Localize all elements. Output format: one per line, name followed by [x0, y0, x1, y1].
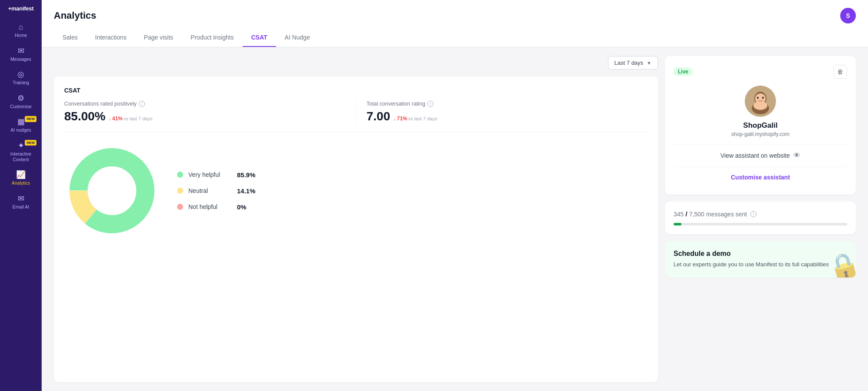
- svg-point-8: [753, 101, 767, 110]
- sidebar-item-label-ai-nudges: AI nudges: [10, 127, 31, 133]
- sidebar-item-home[interactable]: ⌂ Home: [0, 19, 42, 43]
- tab-sales[interactable]: Sales: [54, 30, 86, 47]
- avatar: [745, 86, 776, 117]
- assistant-url: shop-galil.myshopify.com: [731, 131, 789, 137]
- new-badge-nudges: NEW: [25, 116, 36, 122]
- sidebar-item-label-messages: Messages: [10, 56, 31, 62]
- svg-point-9: [757, 97, 759, 99]
- sidebar-item-messages[interactable]: ✉ Messages: [0, 43, 42, 66]
- view-assistant-label: View assistant on website: [720, 152, 790, 159]
- messages-header: 345 / 7,500 messages sent i: [674, 210, 847, 218]
- chevron-down-icon: ▼: [647, 60, 651, 66]
- very-helpful-value: 85.9%: [237, 171, 256, 179]
- sidebar-nav: ⌂ Home ✉ Messages ◎ Training ⚙ Customise…: [0, 15, 42, 391]
- sidebar-item-label-interactive-content: Interactive Content: [3, 151, 39, 162]
- svg-point-10: [762, 97, 764, 99]
- interactive-content-icon: ✦: [18, 142, 24, 149]
- page-title: Analytics: [54, 10, 96, 21]
- sidebar: + manifest ⌂ Home ✉ Messages ◎ Training …: [0, 0, 42, 391]
- legend-very-helpful: Very helpful 85.9%: [177, 171, 256, 179]
- messages-card: 345 / 7,500 messages sent i: [665, 202, 856, 234]
- metric2-change: ↓ 71% vs last 7 days: [394, 116, 437, 122]
- sidebar-item-training[interactable]: ◎ Training: [0, 66, 42, 90]
- divider2: [674, 166, 847, 167]
- very-helpful-dot: [177, 172, 183, 178]
- live-status-badge: Live: [674, 67, 693, 76]
- logo-text: manifest: [11, 5, 33, 12]
- header: Analytics S Sales Interactions Page visi…: [42, 0, 868, 47]
- not-helpful-value: 0%: [237, 203, 247, 211]
- sidebar-item-analytics[interactable]: 📈 Analytics: [0, 166, 42, 190]
- metric2-label: Total conversation rating i: [367, 101, 648, 107]
- content-area: Last 7 days ▼ CSAT Conversations rated p…: [42, 47, 868, 391]
- metric2-value: 7.00 ↓ 71% vs last 7 days: [367, 109, 648, 123]
- sidebar-item-label-home: Home: [15, 33, 27, 38]
- user-avatar[interactable]: S: [840, 8, 856, 23]
- filter-bar: Last 7 days ▼: [54, 56, 658, 70]
- chart-legend: Very helpful 85.9% Neutral 14.1% Not hel…: [177, 171, 256, 211]
- sidebar-item-interactive-content[interactable]: NEW ✦ Interactive Content: [0, 137, 42, 166]
- sidebar-item-customise[interactable]: ⚙ Customise: [0, 90, 42, 114]
- sidebar-item-label-analytics: Analytics: [12, 180, 30, 186]
- logo-plus: +: [8, 5, 11, 12]
- legend-not-helpful: Not helpful 0%: [177, 203, 256, 211]
- csat-card-title: CSAT: [64, 87, 648, 94]
- schedule-card: Schedule a demo Let our experts guide yo…: [665, 241, 856, 278]
- date-filter-dropdown[interactable]: Last 7 days ▼: [608, 56, 658, 70]
- messages-progress-bar: [674, 223, 847, 225]
- metric1-change: ↓ 41% vs last 7 days: [109, 116, 152, 122]
- messages-count: 345 / 7,500 messages sent: [674, 210, 747, 218]
- tab-product-insights[interactable]: Product insights: [182, 30, 243, 47]
- metric1-label: Conversations rated positively i: [64, 101, 345, 107]
- left-panel: Last 7 days ▼ CSAT Conversations rated p…: [54, 56, 658, 382]
- divider1: [674, 144, 847, 145]
- tab-page-visits[interactable]: Page visits: [135, 30, 182, 47]
- messages-icon: ✉: [18, 47, 24, 55]
- metrics-row: Conversations rated positively i 85.00% …: [64, 101, 648, 133]
- metric-conversations-rated: Conversations rated positively i 85.00% …: [64, 101, 356, 123]
- chart-area: Very helpful 85.9% Neutral 14.1% Not hel…: [64, 143, 648, 239]
- metric1-info-icon[interactable]: i: [139, 101, 145, 107]
- metric2-info-icon[interactable]: i: [427, 101, 434, 107]
- donut-svg: [64, 143, 160, 239]
- sidebar-item-ai-nudges[interactable]: NEW ▦ AI nudges: [0, 113, 42, 137]
- sidebar-item-email-ai[interactable]: ✉ Email AI: [0, 190, 42, 214]
- email-ai-icon: ✉: [18, 195, 24, 202]
- view-assistant-button[interactable]: View assistant on website 👁: [674, 146, 847, 165]
- eye-icon: 👁: [793, 152, 800, 159]
- assistant-card-header: Live 🗑: [674, 65, 847, 79]
- ai-nudges-icon: ▦: [17, 118, 25, 126]
- metric1-value: 85.00% ↓ 41% vs last 7 days: [64, 109, 345, 123]
- down-arrow2-icon: ↓: [394, 116, 396, 121]
- analytics-icon: 📈: [16, 171, 26, 179]
- training-icon: ◎: [17, 70, 24, 78]
- assistant-card: Live 🗑: [665, 56, 856, 195]
- date-filter-label: Last 7 days: [615, 60, 644, 66]
- right-panel: Live 🗑: [665, 56, 856, 382]
- delete-button[interactable]: 🗑: [833, 65, 847, 79]
- neutral-dot: [177, 188, 183, 194]
- down-arrow-icon: ↓: [109, 116, 112, 121]
- customise-assistant-button[interactable]: Customise assistant: [674, 169, 847, 186]
- assistant-profile: ShopGalil shop-galil.myshopify.com: [674, 86, 847, 137]
- messages-info-icon[interactable]: i: [750, 211, 756, 217]
- sidebar-item-label-training: Training: [13, 80, 29, 86]
- tabs-bar: Sales Interactions Page visits Product i…: [54, 30, 856, 47]
- svg-point-3: [88, 167, 136, 215]
- home-icon: ⌂: [19, 23, 23, 31]
- main-content: Analytics S Sales Interactions Page visi…: [42, 0, 868, 391]
- sidebar-item-label-email-ai: Email AI: [13, 204, 30, 210]
- tab-interactions[interactable]: Interactions: [86, 30, 135, 47]
- assistant-name: ShopGalil: [743, 121, 777, 130]
- metric-total-rating: Total conversation rating i 7.00 ↓ 71% v…: [356, 101, 648, 123]
- tab-ai-nudge[interactable]: AI Nudge: [276, 30, 319, 47]
- tab-csat[interactable]: CSAT: [243, 30, 276, 47]
- neutral-value: 14.1%: [237, 187, 256, 195]
- not-helpful-dot: [177, 204, 183, 210]
- customise-assistant-label: Customise assistant: [731, 174, 790, 181]
- header-top: Analytics S: [54, 8, 856, 23]
- schedule-title: Schedule a demo: [674, 250, 847, 258]
- not-helpful-label: Not helpful: [188, 203, 232, 210]
- sidebar-logo[interactable]: + manifest: [0, 0, 42, 15]
- sidebar-item-label-customise: Customise: [10, 104, 32, 109]
